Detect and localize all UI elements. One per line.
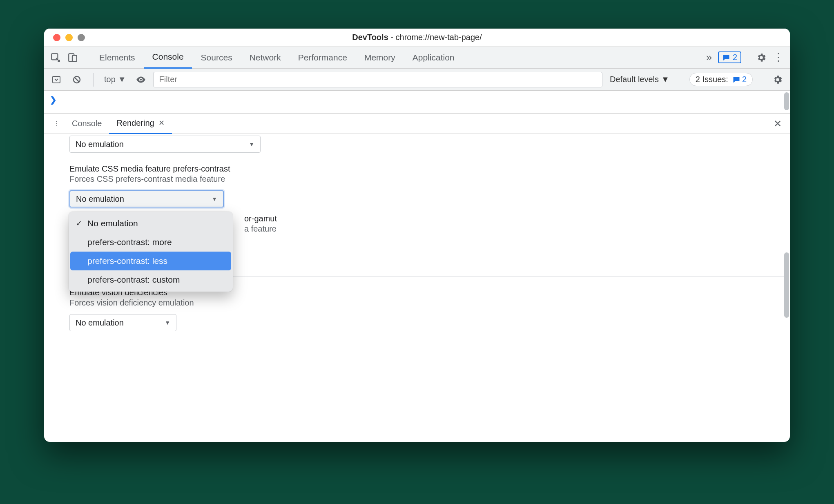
drawer-tab-console[interactable]: Console <box>65 114 109 134</box>
context-label: top <box>104 75 116 84</box>
message-icon <box>722 54 730 62</box>
clear-console-icon[interactable] <box>69 71 85 88</box>
tab-console[interactable]: Console <box>144 47 192 69</box>
select-value: No emulation <box>76 194 124 204</box>
console-sidebar-icon[interactable] <box>48 71 65 88</box>
chevron-down-icon: ▼ <box>165 319 170 326</box>
levels-label: Default levels <box>610 75 659 84</box>
chevron-down-icon: ▼ <box>249 141 254 147</box>
title-sep: - <box>388 33 396 42</box>
svg-rect-3 <box>53 76 60 83</box>
close-drawer-icon[interactable]: ✕ <box>765 118 790 129</box>
drawer-tabs: ⋮ Console Rendering ✕ ✕ <box>44 114 790 134</box>
issues-count: 2 <box>733 53 737 62</box>
svg-point-5 <box>140 78 141 80</box>
issues-pill-count: 2 <box>742 75 747 84</box>
more-tabs-icon[interactable]: » <box>701 49 717 66</box>
context-selector[interactable]: top ▼ <box>102 75 129 84</box>
dropdown-option-less[interactable]: prefers-contrast: less <box>70 252 231 270</box>
console-body[interactable]: ❯ <box>44 91 790 114</box>
console-settings-icon[interactable] <box>769 71 786 88</box>
chevron-down-icon: ▼ <box>118 75 126 84</box>
window-title: DevTools - chrome://new-tab-page/ <box>44 33 790 42</box>
rendering-pane: No emulation ▼ Emulate CSS media feature… <box>44 134 790 442</box>
prefers-contrast-select[interactable]: No emulation ▼ <box>69 190 224 207</box>
chevron-down-icon: ▼ <box>661 75 669 84</box>
section-subtitle: Forces vision deficiency emulation <box>69 298 790 308</box>
dropdown-option-no-emulation[interactable]: ✓ No emulation <box>70 214 231 233</box>
section-subtitle: Forces CSS prefers-contrast media featur… <box>69 174 790 184</box>
devtools-window: DevTools - chrome://new-tab-page/ Elemen… <box>44 29 790 442</box>
more-menu-icon[interactable]: ⋮ <box>770 49 787 66</box>
close-tab-icon[interactable]: ✕ <box>158 118 165 127</box>
device-toolbar-icon[interactable] <box>65 49 81 66</box>
main-tabs: Elements Console Sources Network Perform… <box>44 47 790 69</box>
title-url: chrome://new-tab-page/ <box>396 33 482 42</box>
separator <box>681 73 681 87</box>
dropdown-option-custom[interactable]: prefers-contrast: custom <box>70 270 231 289</box>
tab-performance[interactable]: Performance <box>290 47 355 69</box>
svg-rect-2 <box>72 55 77 61</box>
drawer-tab-rendering[interactable]: Rendering ✕ <box>109 114 172 134</box>
scrollbar[interactable] <box>784 252 789 318</box>
filter-input[interactable] <box>153 72 602 87</box>
console-toolbar: top ▼ Default levels ▼ 2 Issues: 2 <box>44 69 790 91</box>
prefers-contrast-section: Emulate CSS media feature prefers-contra… <box>69 164 790 207</box>
issues-pill[interactable]: 2 Issues: 2 <box>689 73 753 86</box>
generic-emulation-select[interactable]: No emulation ▼ <box>69 136 261 153</box>
tab-memory[interactable]: Memory <box>356 47 404 69</box>
prefers-contrast-dropdown[interactable]: ✓ No emulation prefers-contrast: more pr… <box>69 212 233 292</box>
scrollbar[interactable] <box>784 92 789 110</box>
select-value: No emulation <box>76 318 124 328</box>
console-prompt-icon: ❯ <box>50 95 57 105</box>
separator <box>86 51 86 65</box>
dropdown-option-more[interactable]: prefers-contrast: more <box>70 233 231 252</box>
inspect-element-icon[interactable] <box>47 49 64 66</box>
tab-elements[interactable]: Elements <box>91 47 143 69</box>
title-prefix: DevTools <box>352 33 388 42</box>
check-icon: ✓ <box>76 219 82 228</box>
issues-pill-label: 2 Issues: <box>696 75 728 84</box>
drawer-menu-icon[interactable]: ⋮ <box>48 120 65 127</box>
tab-application[interactable]: Application <box>404 47 463 69</box>
vision-deficiencies-section: Emulate vision deficiencies Forces visio… <box>69 288 790 331</box>
live-expression-icon[interactable] <box>133 71 149 88</box>
settings-icon[interactable] <box>753 49 769 66</box>
section-title: Emulate CSS media feature prefers-contra… <box>69 164 790 174</box>
titlebar: DevTools - chrome://new-tab-page/ <box>44 29 790 47</box>
tab-sources[interactable]: Sources <box>193 47 241 69</box>
chevron-down-icon: ▼ <box>212 196 217 202</box>
select-value: No emulation <box>76 140 124 149</box>
log-levels-selector[interactable]: Default levels ▼ <box>607 75 673 84</box>
issues-badge[interactable]: 2 <box>718 51 741 63</box>
separator <box>761 73 761 87</box>
message-icon <box>732 76 740 84</box>
separator <box>93 73 94 87</box>
separator <box>748 51 748 65</box>
tab-network[interactable]: Network <box>241 47 289 69</box>
vision-deficiency-select[interactable]: No emulation ▼ <box>69 314 176 331</box>
